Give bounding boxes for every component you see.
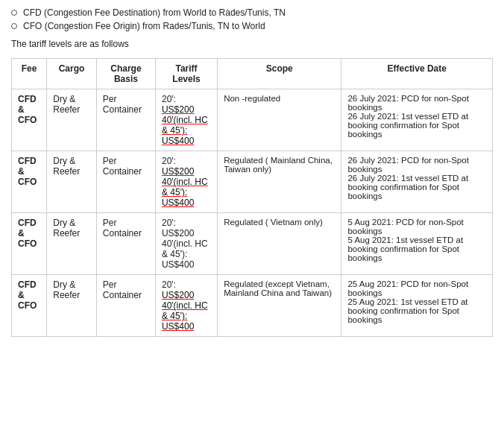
table-row: CFD & CFODry & ReeferPer Container20':US… [12,275,493,337]
tariff-level-item: 40'(incl. HC & 45'): [162,300,208,321]
col-tariff-levels: Tariff Levels [155,59,217,89]
tariff-level-item: 40'(incl. HC & 45'): [162,115,208,136]
cargo-cell: Dry & Reefer [47,151,97,213]
bullet-list: CFD (Congestion Fee Destination) from Wo… [11,7,493,31]
tariff-table: Fee Cargo Charge Basis Tariff Levels Sco… [11,58,493,337]
cargo-cell: Dry & Reefer [47,213,97,275]
tariff-levels-cell: 20':US$20040'(incl. HC & 45'):US$400 [155,275,217,337]
table-row: CFD & CFODry & ReeferPer Container20':US… [12,213,493,275]
tariff-levels-cell: 20':US$20040'(incl. HC & 45'):US$400 [155,89,217,151]
tariff-level-item: US$200 [162,104,194,115]
tariff-level-item: US$400 [162,321,194,332]
tariff-level-item: 40'(incl. HC & 45'): [162,177,208,197]
effective-date-cell: 26 July 2021: PCD for non-Spot bookings … [341,151,493,213]
charge-basis-cell: Per Container [96,275,155,337]
col-charge-basis: Charge Basis [96,59,155,89]
scope-cell: Regulated (except Vietnam, Mainland Chin… [218,275,341,337]
tariff-levels-cell: 20':US$20040'(incl. HC & 45'):US$400 [155,213,217,275]
bullet-dot-1 [11,10,17,16]
fee-cell: CFD & CFO [12,151,47,213]
cargo-cell: Dry & Reefer [47,89,97,151]
effective-date-cell: 5 Aug 2021: PCD for non-Spot bookings 5 … [341,213,493,275]
tariff-level-item: US$200 [162,228,194,238]
bullet-item-1: CFD (Congestion Fee Destination) from Wo… [11,7,493,18]
tariff-level-item: US$200 [162,290,194,300]
scope-cell: Non -regulated [218,89,341,151]
tariff-level-item: US$400 [162,136,194,146]
tariff-level-item: 20': [162,94,176,104]
col-cargo: Cargo [47,59,97,89]
tariff-level-item: US$200 [162,166,194,177]
fee-cell: CFD & CFO [12,89,47,151]
col-scope: Scope [218,59,341,89]
bullet-dot-2 [11,23,17,29]
table-row: CFD & CFODry & ReeferPer Container20':US… [12,151,493,213]
tariff-note: The tariff levels are as follows [11,39,493,49]
cargo-cell: Dry & Reefer [47,275,97,337]
charge-basis-cell: Per Container [96,151,155,213]
tariff-level-item: 20': [162,218,176,228]
fee-cell: CFD & CFO [12,275,47,337]
charge-basis-cell: Per Container [96,89,155,151]
effective-date-cell: 25 Aug 2021: PCD for non-Spot bookings 2… [341,275,493,337]
tariff-level-item: US$400 [162,259,194,270]
bullet-item-2: CFO (Congestion Fee Origin) from Rades/T… [11,21,493,31]
tariff-level-item: US$400 [162,197,194,208]
scope-cell: Regulated ( Mainland China, Taiwan only) [218,151,341,213]
bullet-text-1: CFD (Congestion Fee Destination) from Wo… [23,7,286,18]
tariff-levels-cell: 20':US$20040'(incl. HC & 45'):US$400 [155,151,217,213]
charge-basis-cell: Per Container [96,213,155,275]
table-header-row: Fee Cargo Charge Basis Tariff Levels Sco… [12,59,493,89]
table-row: CFD & CFODry & ReeferPer Container20':US… [12,89,493,151]
scope-cell: Regulated ( Vietnam only) [218,213,341,275]
col-fee: Fee [12,59,47,89]
tariff-level-item: 20': [162,279,176,290]
bullet-text-2: CFO (Congestion Fee Origin) from Rades/T… [23,21,265,31]
fee-cell: CFD & CFO [12,213,47,275]
col-effective-date: Effective Date [341,59,493,89]
tariff-level-item: 40'(incl. HC & 45'): [162,238,208,259]
effective-date-cell: 26 July 2021: PCD for non-Spot bookings … [341,89,493,151]
tariff-level-item: 20': [162,156,176,166]
